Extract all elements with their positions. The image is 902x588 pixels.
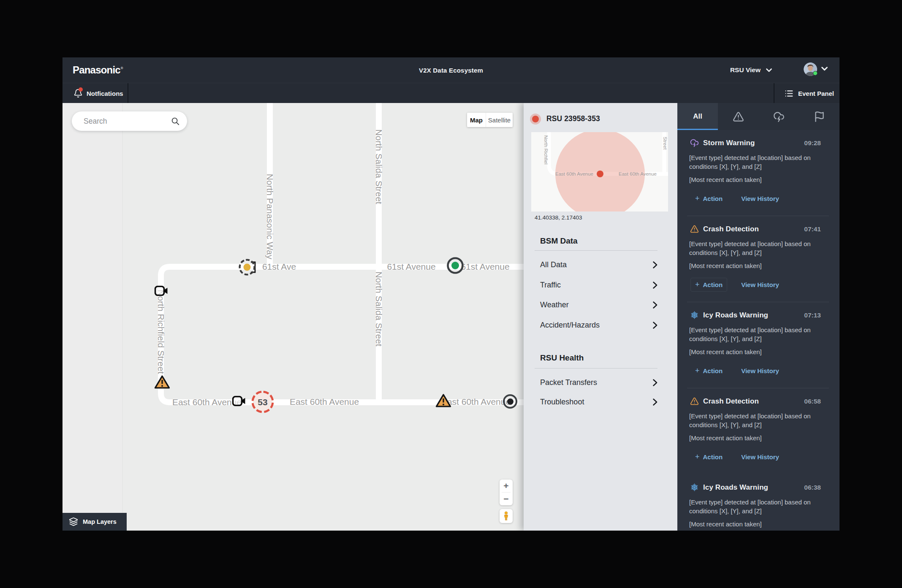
search-input[interactable] (84, 111, 168, 131)
street-label: North Salida Street (374, 129, 384, 204)
event-actions: +Action View History (695, 450, 779, 464)
hazard-marker[interactable] (436, 394, 451, 409)
rsu-marker-selected-yellow[interactable] (235, 255, 259, 281)
section-rule (535, 250, 657, 251)
list-item-troubleshoot[interactable]: Troubleshoot (540, 396, 657, 407)
event-tabs: All (677, 103, 840, 130)
event-item: Storm Warning 09:28 [Event type] detecte… (677, 130, 840, 216)
list-item-all-data[interactable]: All Data (540, 259, 657, 270)
chevron-right-icon (653, 379, 657, 386)
crash-event-icon (690, 225, 699, 233)
event-item: Crash Detection 06:58 [Event type] detec… (677, 388, 840, 474)
tab-flag[interactable] (799, 103, 840, 130)
plus-icon: + (695, 367, 700, 374)
action-button[interactable]: +Action (690, 278, 727, 292)
street-view-pegman-button[interactable] (500, 509, 513, 523)
event-panel-toggle[interactable]: Event Panel (785, 83, 834, 103)
event-title: Icy Roads Warning (703, 483, 768, 492)
avatar-chevron-down-icon[interactable] (821, 67, 828, 71)
chevron-down-icon (766, 68, 772, 72)
map-canvas[interactable]: North Salida StreetNorth Panasonic WayNo… (62, 103, 524, 531)
tab-storm-cloud[interactable] (758, 103, 799, 130)
action-button[interactable]: +Action (695, 364, 727, 378)
speed-marker[interactable]: 53 (251, 390, 274, 415)
list-item-weather[interactable]: Weather (540, 299, 657, 310)
rsu-marker[interactable] (446, 256, 465, 277)
rsu-minimap[interactable]: East 60th Avenue East 60th Avenue North … (531, 132, 668, 211)
zoom-out-button[interactable]: − (500, 493, 513, 505)
event-actions: +Action View History (695, 192, 779, 206)
view-history-link[interactable]: View History (741, 453, 779, 461)
minimap-street-label: North Richfiel (543, 135, 549, 164)
view-history-link[interactable]: View History (741, 195, 779, 202)
street-label: North Salida Street (374, 271, 384, 346)
event-item: Crash Detection 07:41 [Event type] detec… (677, 216, 840, 302)
map-type-map-button[interactable]: Map (467, 113, 486, 127)
action-button[interactable]: +Action (695, 192, 727, 206)
pegman-icon (503, 511, 509, 521)
list-item-label: Weather (540, 301, 569, 309)
bell-icon (73, 89, 83, 98)
map-type-control: Map Satellite (467, 113, 513, 127)
view-history-link[interactable]: View History (741, 367, 779, 374)
list-icon (785, 89, 793, 98)
view-selector-dropdown[interactable]: RSU View (730, 57, 772, 83)
event-actions: +Action View History (695, 364, 779, 378)
chevron-right-icon (653, 301, 657, 309)
map-layers-button[interactable]: Map Layers (62, 513, 127, 531)
view-history-link[interactable]: View History (741, 281, 779, 288)
page-title: V2X Data Ecosystem (62, 57, 840, 83)
map-search-box (72, 111, 187, 131)
map-roads (62, 103, 524, 531)
rsu-marker[interactable] (500, 392, 520, 413)
event-time: 07:13 (804, 312, 821, 319)
event-description: [Event type] detected at [location] base… (689, 412, 821, 429)
map-type-satellite-button[interactable]: Satellite (486, 113, 513, 127)
street-label: 61st Ave (262, 262, 296, 272)
list-item-traffic[interactable]: Traffic (540, 279, 657, 290)
crash-event-icon (690, 397, 699, 406)
street-label: North Panasonic Way (265, 174, 275, 259)
tab-all[interactable]: All (677, 103, 718, 130)
event-panel-label: Event Panel (798, 90, 834, 97)
online-status-dot (813, 71, 818, 76)
event-time: 06:38 (804, 484, 821, 491)
street-label: 61st Avenue (461, 262, 509, 272)
rsu-coordinates: 41.40338, 2.17403 (535, 214, 582, 221)
event-description: [Event type] detected at [location] base… (689, 239, 821, 257)
search-icon[interactable] (171, 117, 180, 126)
zoom-in-button[interactable]: + (500, 480, 513, 492)
chevron-right-icon (653, 282, 657, 289)
camera-marker[interactable] (232, 396, 246, 408)
camera-marker[interactable] (155, 286, 168, 298)
event-item: Icy Roads Warning 06:38 [Event type] det… (677, 474, 840, 531)
rsu-title: RSU 23958-353 (546, 114, 600, 123)
list-item-packet-transfers[interactable]: Packet Transfers (540, 377, 657, 388)
action-button[interactable]: +Action (695, 450, 727, 464)
tab-alert-triangle[interactable] (718, 103, 758, 130)
list-item-label: Accident/Hazards (540, 321, 600, 330)
plus-icon: + (695, 453, 700, 461)
notification-badge (79, 87, 83, 92)
event-recent-action: [Most recent action taken] (689, 348, 762, 355)
list-item-accident-hazards[interactable]: Accident/Hazards (540, 320, 657, 331)
rsu-status-dot (532, 116, 539, 122)
event-actions: +Action View History (695, 278, 779, 292)
map-layers-label: Map Layers (83, 518, 117, 525)
hazard-marker[interactable] (155, 375, 170, 391)
event-item: Icy Roads Warning 07:13 [Event type] det… (677, 302, 840, 388)
section-heading: BSM Data (540, 236, 578, 246)
view-selector-label: RSU View (730, 66, 761, 74)
icy-event-icon (690, 311, 699, 320)
event-title: Crash Detection (703, 397, 759, 406)
minimap-street-label: Street (663, 137, 668, 150)
event-description: [Event type] detected at [location] base… (689, 325, 821, 343)
zoom-control: + − (500, 480, 513, 505)
event-panel: All Storm Warning 09:28 [Event type] det… (677, 103, 840, 531)
minimap-road-label: East 60th Avenue (619, 171, 657, 176)
list-item-label: Troubleshoot (540, 398, 584, 406)
chevron-right-icon (653, 398, 657, 406)
rsu-detail-panel: RSU 23958-353 East 60th Avenue East 60th… (524, 103, 677, 531)
user-avatar[interactable] (804, 62, 817, 76)
notifications-button[interactable]: Notfications (73, 83, 123, 103)
